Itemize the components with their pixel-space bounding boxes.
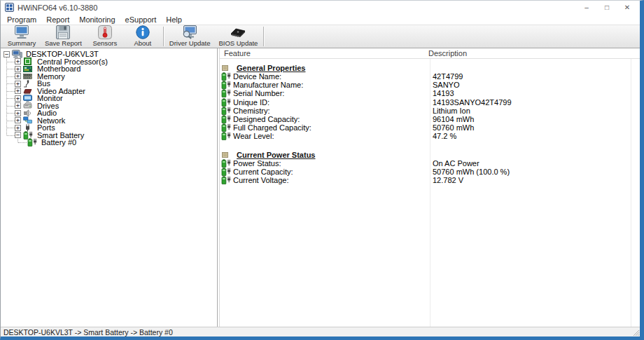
detail-row-full-charged-capacity[interactable]: Full Charged Capacity:50760 mWh [220,123,640,132]
tree-expander-expand-icon[interactable]: + [15,58,21,64]
feature-column-header: Feature [220,49,426,57]
summary-monitor-icon [13,25,31,39]
tree-expander-expand-icon[interactable]: + [15,88,21,94]
detail-row-manufacturer-name[interactable]: Manufacturer Name:SANYO [220,81,640,89]
toolbar-button-label: About [134,39,151,47]
battery-icon [221,123,232,132]
main-area: −DESKTOP-U6KVL3T+Central Processor(s)+Mo… [1,48,640,327]
detail-row-wear-level[interactable]: Wear Level:47.2 % [220,132,640,140]
section-header-general-properties: General Properties [220,64,640,72]
toolbar-driver-update-button[interactable]: Driver Update [165,25,215,48]
detail-row-serial-number[interactable]: Serial Number:14193 [220,89,640,97]
toolbar: SummarySave ReportSensorsAboutDriver Upd… [1,25,640,48]
toolbar-divider [163,27,164,46]
detail-row-designed-capacity[interactable]: Designed Capacity:96104 mWh [220,115,640,123]
toolbar-sensors-button[interactable]: Sensors [86,25,124,48]
feature-cell: Chemistry: [233,107,270,115]
title-bar: HWiNFO64 v6.10-3880 – □ ✕ [1,1,640,14]
battery-icon [221,159,232,168]
description-cell: 14193 [433,89,454,97]
maximize-button[interactable]: □ [603,4,611,12]
toolbar-button-label: Driver Update [169,39,211,47]
save-floppy-icon [55,25,71,39]
tree-item-label: Battery #0 [40,138,78,147]
toolbar-button-label: Summary [8,39,36,47]
description-cell: 50760 mWh (100.0 %) [433,168,510,176]
status-bar: DESKTOP-U6KVL3T -> Smart Battery -> Batt… [1,327,640,336]
menu-bar: ProgramReportMonitoringeSupportHelp [1,14,640,25]
device-tree-panel: −DESKTOP-U6KVL3T+Central Processor(s)+Mo… [1,48,217,327]
feature-cell: Current Voltage: [233,176,289,184]
tree-item-battery-0[interactable]: Battery #0 [1,139,217,147]
description-cell: 50760 mWh [433,123,474,132]
section-title: General Properties [237,64,305,72]
battery-icon [221,98,232,107]
description-cell: On AC Power [433,159,479,168]
driver-update-icon [181,25,199,39]
detail-row-chemistry[interactable]: Chemistry:Lithium Ion [220,107,640,115]
tree-expander-expand-icon[interactable]: + [15,117,21,123]
section-title: Current Power Status [237,151,315,159]
tree-expander-collapse-icon[interactable]: − [4,51,10,57]
tree-expander-expand-icon[interactable]: + [15,73,21,79]
menu-help[interactable]: Help [161,15,187,24]
toolbar-about-button[interactable]: About [124,25,162,48]
battery-icon [221,168,232,176]
detail-row-device-name[interactable]: Device Name:42T4799 [220,72,640,81]
detail-row-power-status[interactable]: Power Status:On AC Power [220,159,640,168]
toolbar-button-label: Save Report [45,39,82,47]
description-cell: SANYO [433,81,460,89]
hwinfo-logo-icon [5,3,14,12]
toolbar-button-label: BIOS Update [218,39,258,47]
about-info-icon [136,25,150,39]
menu-monitoring[interactable]: Monitoring [74,15,120,24]
section-icon [222,64,232,72]
battery-icon [221,176,232,184]
tree-expander-expand-icon[interactable]: + [15,95,21,102]
menu-program[interactable]: Program [2,15,41,24]
feature-cell: Device Name: [233,72,281,81]
feature-cell: Manufacturer Name: [233,81,303,89]
battery-icon [221,132,232,140]
toolbar-summary-button[interactable]: Summary [3,25,41,48]
tree-expander-expand-icon[interactable]: + [15,81,21,87]
resize-grip-icon[interactable] [631,328,640,336]
tree-expander-collapse-icon[interactable]: − [15,132,21,138]
menu-report[interactable]: Report [41,15,74,24]
close-button[interactable]: ✕ [623,4,631,12]
hwinfo-window: HWiNFO64 v6.10-3880 – □ ✕ ProgramReportM… [0,0,644,340]
feature-cell: Serial Number: [233,89,284,97]
detail-row-current-capacity[interactable]: Current Capacity:50760 mWh (100.0 %) [220,168,640,176]
status-path: DESKTOP-U6KVL3T -> Smart Battery -> Batt… [4,328,173,336]
feature-cell: Full Charged Capacity: [233,123,312,132]
battery-icon [221,115,232,123]
feature-cell: Unique ID: [233,98,270,107]
description-column-header: Description [426,49,467,57]
detail-header: Feature Description [220,48,640,59]
battery-icon [221,89,232,97]
tree-expander-expand-icon[interactable]: + [15,125,21,131]
toolbar-button-label: Sensors [92,39,117,47]
tree-expander-expand-icon[interactable]: + [15,66,21,72]
menu-esupport[interactable]: eSupport [120,15,162,24]
tree-expander-expand-icon[interactable]: + [15,110,21,116]
tree-expander-expand-icon[interactable]: + [15,102,21,109]
toolbar-save-report-button[interactable]: Save Report [41,25,86,48]
description-cell: 47.2 % [433,132,456,140]
minimize-button[interactable]: – [582,4,591,12]
description-cell: 14193SANYO42T4799 [433,98,512,107]
section-header-current-power-status: Current Power Status [220,151,640,159]
description-cell: 96104 mWh [433,115,474,123]
detail-row-unique-id[interactable]: Unique ID:14193SANYO42T4799 [220,98,640,107]
toolbar-bios-update-button[interactable]: BIOS Update [214,25,262,48]
sensors-thermometer-icon [98,25,112,39]
battery-icon [27,138,38,147]
feature-cell: Designed Capacity: [233,115,300,123]
feature-cell: Power Status: [233,159,281,168]
description-cell: Lithium Ion [433,107,470,115]
description-cell: 12.782 V [433,176,463,184]
detail-row-current-voltage[interactable]: Current Voltage:12.782 V [220,176,640,184]
tree-items: −DESKTOP-U6KVL3T+Central Processor(s)+Mo… [1,50,217,147]
detail-panel: Feature Description General PropertiesDe… [220,48,640,327]
battery-icon [221,107,232,115]
